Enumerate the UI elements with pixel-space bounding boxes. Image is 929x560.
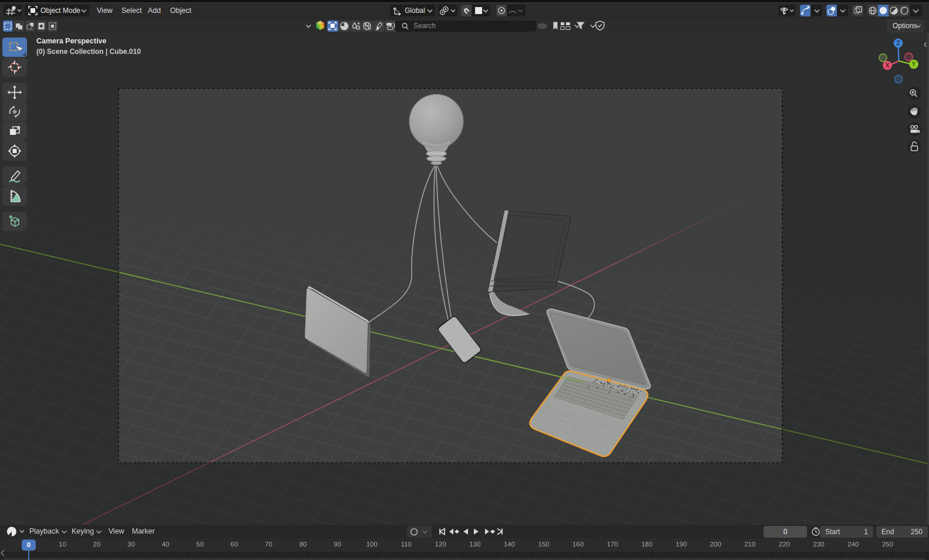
svg-text:X: X — [886, 62, 890, 69]
svg-text:Z: Z — [896, 40, 900, 46]
svg-text:Y: Y — [912, 61, 916, 67]
